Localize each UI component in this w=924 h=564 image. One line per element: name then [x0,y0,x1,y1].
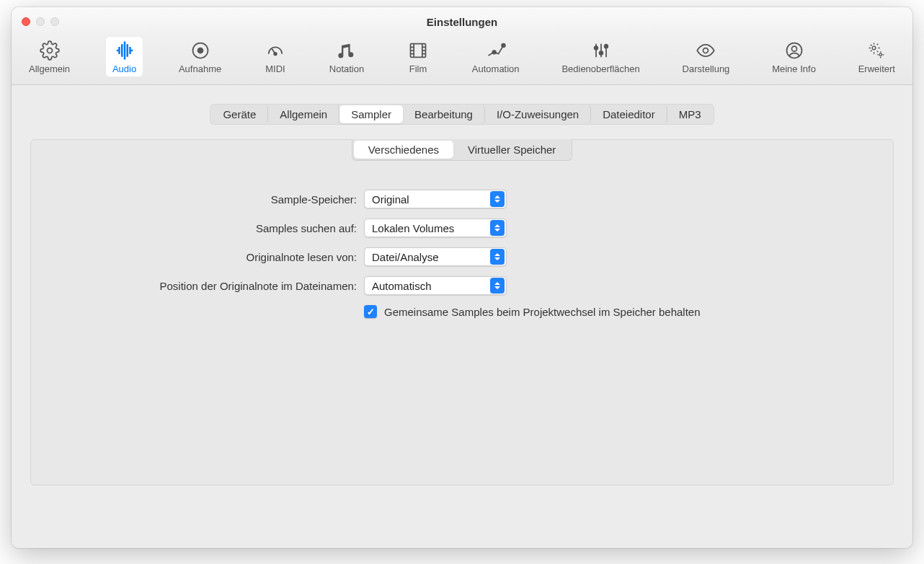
gear-icon [38,39,61,62]
toolbar-item-aufnahme[interactable]: Aufnahme [172,36,228,77]
toolbar-label: Darstellung [683,63,730,74]
preferences-toolbar: Allgemein Audio Aufnahme MIDI Notation [12,36,912,85]
tab-io-zuweisungen[interactable]: I/O-Zuweisungen [485,105,591,123]
tab-sampler[interactable]: Sampler [339,105,403,123]
sampler-panel: Verschiedenes Virtueller Speicher Sample… [30,139,894,485]
toolbar-label: MIDI [265,63,285,74]
toolbar-item-erweitert[interactable]: Erweitert [851,36,902,77]
toolbar-label: Erweitert [858,63,895,74]
svg-point-6 [502,44,505,48]
toolbar-item-midi[interactable]: MIDI [257,36,294,77]
traffic-lights [22,17,59,26]
eye-icon [694,39,717,62]
label-position-originalnote: Position der Originalnote im Dateinamen: [31,280,364,292]
popup-originalnote-lesen[interactable]: Datei/Analyse [364,247,507,266]
toolbar-item-notation[interactable]: Notation [322,36,371,77]
svg-point-9 [604,45,608,48]
toolbar-label: Allgemein [29,63,70,74]
toolbar-item-film[interactable]: Film [399,36,437,77]
music-note-icon [335,39,358,62]
tab-dateieditor[interactable]: Dateieditor [591,105,667,123]
sampler-subtabs: Verschiedenes Virtueller Speicher [31,139,893,161]
popup-position-originalnote[interactable]: Automatisch [364,276,507,295]
automation-curve-icon [484,39,507,62]
chevron-up-down-icon [490,220,505,236]
tab-geraete[interactable]: Geräte [211,105,268,123]
popup-sample-speicher[interactable]: Original [364,190,507,208]
popup-value: Datei/Analyse [365,251,490,263]
toolbar-label: Bedienoberflächen [561,63,639,74]
gears-icon [865,39,888,62]
gauge-icon [264,39,287,62]
close-window-button[interactable] [22,17,30,26]
toolbar-label: Notation [329,63,364,74]
toolbar-label: Automation [472,63,520,74]
chevron-up-down-icon [490,191,505,207]
zoom-window-button[interactable] [50,17,59,26]
svg-point-0 [47,48,52,53]
svg-point-10 [703,48,708,53]
svg-point-5 [492,50,496,54]
toolbar-label: Audio [112,63,136,74]
svg-point-13 [872,46,876,50]
user-circle-icon [783,39,806,62]
popup-samples-suchen[interactable]: Lokalen Volumes [364,219,507,237]
record-icon [189,39,212,62]
popup-value: Lokalen Volumes [365,222,490,234]
toolbar-item-bedienoberflaechen[interactable]: Bedienoberflächen [554,36,647,77]
toolbar-item-meine-info[interactable]: Meine Info [765,36,823,77]
toolbar-item-audio[interactable]: Audio [105,36,143,77]
popup-value: Automatisch [365,280,490,292]
label-samples-suchen: Samples suchen auf: [31,222,364,234]
film-icon [407,39,430,62]
content-area: Geräte Allgemein Sampler Bearbeitung I/O… [12,85,912,548]
toolbar-label: Aufnahme [179,63,221,74]
waveform-icon [113,39,136,62]
svg-point-12 [791,46,796,51]
sliders-icon [590,39,613,62]
svg-point-8 [599,51,603,55]
sampler-form: Sample-Speicher: Original Samples suchen… [31,190,893,318]
checkbox-gemeinsame-samples[interactable]: ✓ [364,305,377,318]
svg-point-7 [594,46,598,50]
label-originalnote-lesen: Originalnote lesen von: [31,251,364,263]
popup-value: Original [365,193,490,206]
titlebar: Einstellungen [12,7,912,36]
svg-point-14 [879,53,882,56]
svg-point-2 [197,48,203,53]
label-sample-speicher: Sample-Speicher: [31,193,364,206]
chevron-up-down-icon [490,278,505,294]
chevron-up-down-icon [490,249,505,265]
toolbar-item-automation[interactable]: Automation [465,36,527,77]
audio-tabs: Geräte Allgemein Sampler Bearbeitung I/O… [30,104,894,125]
tab-allgemein[interactable]: Allgemein [268,105,339,123]
toolbar-item-allgemein[interactable]: Allgemein [22,36,77,77]
tab-mp3[interactable]: MP3 [667,105,713,123]
window-title: Einstellungen [12,16,912,28]
minimize-window-button[interactable] [36,17,45,26]
toolbar-label: Film [409,63,427,74]
tab-bearbeitung[interactable]: Bearbeitung [403,105,485,123]
subtab-virtueller-speicher[interactable]: Virtueller Speicher [453,141,570,159]
checkbox-label: Gemeinsame Samples beim Projektwechsel i… [384,306,701,318]
subtab-verschiedenes[interactable]: Verschiedenes [354,141,453,159]
toolbar-label: Meine Info [772,63,816,74]
toolbar-item-darstellung[interactable]: Darstellung [675,36,737,77]
preferences-window: Einstellungen Allgemein Audio Aufnahme M… [12,7,912,548]
